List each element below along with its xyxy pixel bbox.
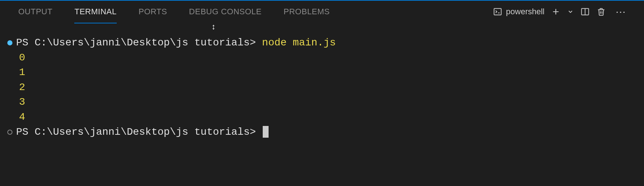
terminal-icon bbox=[493, 7, 502, 16]
output-line: 2 bbox=[7, 80, 637, 95]
cursor-icon bbox=[263, 126, 269, 138]
status-dot-icon bbox=[7, 40, 12, 45]
terminal-dropdown-icon[interactable] bbox=[567, 8, 574, 15]
output-line: 4 bbox=[7, 110, 637, 125]
output-line: 1 bbox=[7, 65, 637, 80]
status-dot-icon bbox=[7, 130, 12, 135]
command-text: node main.js bbox=[262, 37, 336, 48]
terminal-content[interactable]: PS C:\Users\janni\Desktop\js tutorials> … bbox=[0, 23, 644, 147]
panel-header: OUTPUT TERMINAL PORTS DEBUG CONSOLE PROB… bbox=[0, 1, 644, 23]
new-terminal-button[interactable] bbox=[551, 7, 561, 16]
shell-selector[interactable]: powershell bbox=[493, 7, 544, 16]
panel-tabs: OUTPUT TERMINAL PORTS DEBUG CONSOLE PROB… bbox=[18, 1, 330, 23]
prompt-text: PS C:\Users\janni\Desktop\js tutorials> bbox=[16, 126, 262, 138]
tab-output[interactable]: OUTPUT bbox=[18, 1, 52, 23]
panel-actions: powershell bbox=[493, 6, 626, 18]
tab-ports[interactable]: PORTS bbox=[139, 1, 167, 23]
shell-name: powershell bbox=[506, 7, 544, 16]
output-line: 3 bbox=[7, 95, 637, 110]
tab-debug-console[interactable]: DEBUG CONSOLE bbox=[189, 1, 262, 23]
svg-rect-0 bbox=[494, 8, 501, 15]
output-line: 0 bbox=[7, 51, 637, 66]
terminal-line: PS C:\Users\janni\Desktop\js tutorials> … bbox=[7, 36, 637, 51]
kill-terminal-button[interactable] bbox=[596, 7, 606, 16]
split-terminal-button[interactable] bbox=[580, 7, 590, 16]
tab-problems[interactable]: PROBLEMS bbox=[284, 1, 330, 23]
terminal-line: PS C:\Users\janni\Desktop\js tutorials> bbox=[7, 125, 637, 140]
prompt-text: PS C:\Users\janni\Desktop\js tutorials> bbox=[16, 37, 262, 48]
tab-terminal[interactable]: TERMINAL bbox=[74, 1, 116, 23]
more-actions-button[interactable]: ⋯ bbox=[613, 6, 626, 18]
